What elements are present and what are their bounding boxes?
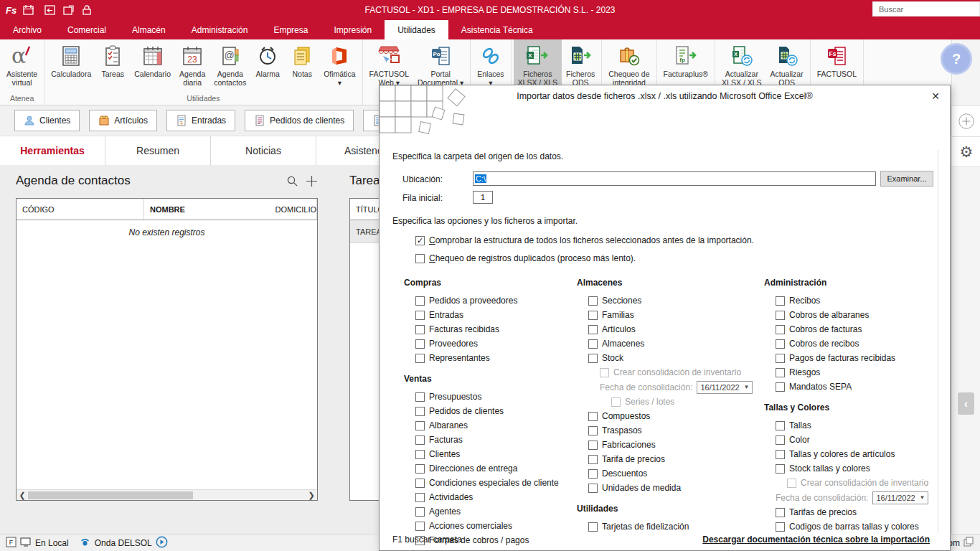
import-checkbox-row[interactable]: Cobros de recibos	[776, 336, 940, 351]
checkbox-icon[interactable]	[588, 455, 598, 464]
checkbox-icon[interactable]	[588, 412, 598, 421]
checkbox-icon[interactable]	[415, 479, 425, 488]
checkbox-icon[interactable]	[415, 464, 425, 474]
checkbox-icon[interactable]	[588, 426, 598, 435]
import-checkbox-row[interactable]: Actividades	[415, 490, 573, 504]
import-checkbox-row[interactable]: Entradas	[415, 308, 573, 322]
import-checkbox-row[interactable]: Direcciones de entrega	[415, 461, 573, 476]
import-checkbox-row[interactable]: Tarifa de precios	[588, 452, 756, 466]
import-checkbox-row[interactable]: Facturas recibidas	[415, 322, 573, 336]
consolidation-date-select[interactable]: 16/11/2022▼	[697, 381, 753, 394]
series-lotes-option[interactable]: Series / lotes	[611, 395, 756, 409]
import-checkbox-row[interactable]: Representantes	[415, 351, 573, 365]
import-checkbox-row[interactable]: Proveedores	[415, 336, 573, 351]
import-checkbox-row[interactable]: Mandatos SEPA	[776, 380, 940, 394]
duplicate-check-option[interactable]: Chequeo de registros duplicados (proceso…	[415, 251, 636, 265]
checkbox-icon[interactable]	[776, 325, 785, 334]
menu-item[interactable]: Impresión	[321, 20, 385, 39]
checkbox-checked-icon[interactable]	[415, 236, 425, 245]
checkbox-icon[interactable]	[415, 435, 425, 445]
import-checkbox-row[interactable]: Familias	[588, 308, 756, 322]
checkbox-icon[interactable]	[588, 469, 598, 479]
checkbox-icon[interactable]	[415, 507, 425, 517]
checkbox-icon[interactable]	[588, 296, 598, 306]
dialog-close-icon[interactable]: ✕	[928, 89, 943, 103]
quick-access-button[interactable]: Entradas	[166, 110, 235, 131]
checkbox-icon[interactable]	[415, 450, 425, 459]
import-checkbox-row[interactable]: Stock tallas y colores	[776, 461, 940, 476]
import-checkbox-row[interactable]: Secciones	[588, 293, 756, 308]
scroll-left-icon[interactable]: ❮	[17, 491, 28, 500]
local-mode-label[interactable]: En Local	[35, 538, 69, 548]
import-checkbox-row[interactable]: Color	[776, 433, 940, 447]
checkbox-icon[interactable]	[415, 522, 425, 531]
search-contacts-icon[interactable]	[286, 175, 298, 187]
quick-access-button[interactable]: Artículos	[89, 110, 157, 131]
scrollbar-thumb[interactable]	[28, 491, 193, 499]
import-checkbox-row[interactable]: Unidades de medida	[588, 481, 756, 495]
checkbox-icon[interactable]	[776, 464, 785, 474]
ribbon-button[interactable]: 23 Agenda diaria	[175, 39, 209, 94]
play-icon[interactable]	[156, 536, 168, 550]
import-checkbox-row[interactable]: Tallas y colores de artículos	[776, 447, 940, 461]
checkbox-icon[interactable]	[776, 450, 785, 459]
checkbox-icon[interactable]	[588, 522, 598, 532]
checkbox-icon[interactable]	[776, 435, 785, 445]
import-checkbox-row[interactable]: Agentes	[415, 504, 573, 519]
checkbox-icon[interactable]	[415, 325, 425, 334]
collapse-sidebar-button[interactable]: ‹	[958, 392, 974, 415]
initial-row-input[interactable]: 1	[473, 191, 493, 204]
checkbox-icon[interactable]	[776, 508, 785, 517]
menu-item[interactable]: Archivo	[0, 20, 55, 39]
import-checkbox-row[interactable]: Tarifas de precios	[776, 505, 940, 519]
browse-button[interactable]: Examinar...	[880, 171, 933, 187]
checkbox-icon[interactable]	[415, 311, 425, 320]
ribbon-button[interactable]: Ofimática ▾	[319, 39, 359, 94]
import-checkbox-row[interactable]: Cobros de facturas	[776, 322, 940, 336]
checkbox-icon[interactable]	[776, 368, 785, 377]
ribbon-button[interactable]: α Asistente virtual	[2, 39, 42, 94]
menu-item[interactable]: Empresa	[260, 20, 321, 39]
import-checkbox-row[interactable]: Fabricaciones	[588, 438, 756, 452]
checkbox-icon[interactable]	[588, 441, 598, 450]
checkbox-icon[interactable]	[588, 354, 598, 363]
page-tab[interactable]: Herramientas	[0, 136, 105, 165]
quick-window-forward-icon[interactable]	[62, 4, 75, 16]
import-checkbox-row[interactable]: Condiciones especiales de cliente	[415, 476, 573, 490]
checkbox-icon[interactable]	[776, 522, 785, 532]
import-checkbox-row[interactable]: Tarjetas de fidelización	[588, 519, 756, 534]
documentation-link[interactable]: Descargar documentación técnica sobre la…	[702, 534, 930, 545]
checkbox-icon[interactable]	[415, 407, 425, 416]
check-structure-option[interactable]: Comprobar la estructura de todos los fic…	[415, 233, 754, 248]
checkbox-icon[interactable]	[588, 325, 598, 334]
add-contact-icon[interactable]	[306, 175, 318, 187]
checkbox-icon[interactable]	[776, 354, 785, 363]
quick-access-button[interactable]: Pedidos de clientes	[245, 110, 354, 131]
checkbox-icon[interactable]	[776, 339, 785, 349]
contacts-horizontal-scrollbar[interactable]: ❮ ❯	[17, 489, 317, 500]
checkbox-icon[interactable]	[415, 296, 425, 306]
checkbox-icon[interactable]	[415, 392, 425, 402]
quick-calendar-icon[interactable]	[23, 4, 37, 16]
import-checkbox-row[interactable]: Pedidos a proveedores	[415, 293, 573, 308]
ribbon-button[interactable]: @ Agenda contactos	[209, 39, 250, 94]
settings-gear-icon[interactable]: ⚙	[952, 136, 980, 167]
location-input[interactable]: C:\	[473, 171, 876, 186]
import-checkbox-row[interactable]: Presupuestos	[415, 390, 573, 404]
checkbox-icon[interactable]	[776, 421, 785, 430]
checkbox-icon[interactable]	[415, 354, 425, 363]
pages-icon[interactable]	[963, 536, 974, 550]
lock-icon[interactable]	[81, 4, 93, 16]
import-checkbox-row[interactable]: Artículos	[588, 322, 756, 336]
import-checkbox-row[interactable]: Pedidos de clientes	[415, 404, 573, 418]
import-checkbox-row[interactable]: Riesgos	[776, 365, 940, 380]
menu-item[interactable]: Administración	[179, 20, 261, 39]
import-checkbox-row[interactable]: Compuestos	[588, 409, 756, 423]
contacts-column-header[interactable]: DOMICILIO	[270, 199, 317, 220]
checkbox-icon[interactable]	[588, 311, 598, 320]
ribbon-button[interactable]: Alarma	[250, 39, 285, 94]
consolidation-date-tallas-select[interactable]: 16/11/2022▼	[872, 491, 928, 504]
create-consolidation-tallas-option[interactable]: Crear consolidación de inventario	[787, 476, 940, 490]
checkbox-icon[interactable]	[776, 382, 785, 392]
create-consolidation-option[interactable]: Crear consolidación de inventario	[600, 365, 756, 380]
